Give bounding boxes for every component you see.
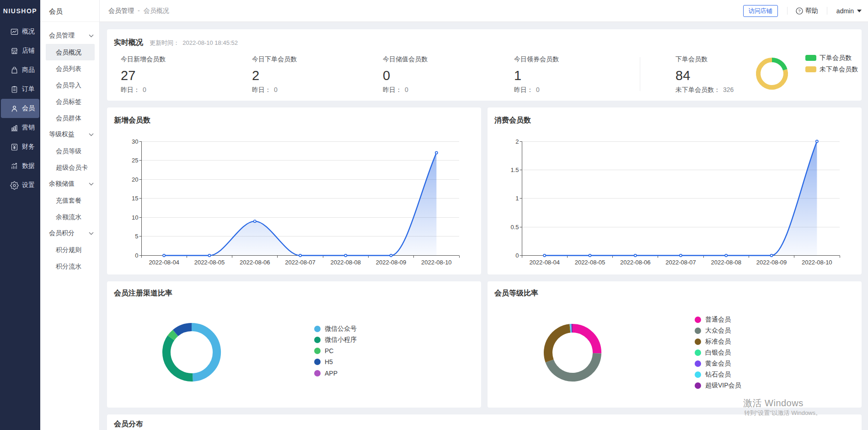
legend-item[interactable]: 超级VIP会员	[695, 380, 741, 391]
sidebar-item-label: 订单	[22, 85, 35, 93]
stat-label: 今日下单会员数	[252, 55, 297, 63]
submenu-item[interactable]: 会员标签	[46, 93, 95, 110]
legend-swatch	[695, 382, 701, 389]
legend-item[interactable]: 大众会员	[695, 325, 731, 336]
legend-label: 微信公众号	[325, 325, 357, 333]
legend-item[interactable]: 微信公众号	[314, 323, 357, 334]
submenu-item[interactable]: 积分规则	[46, 242, 95, 258]
submenu-item[interactable]: 会员列表	[46, 60, 95, 77]
sidebar-item-member[interactable]: 会员	[1, 99, 39, 118]
shop-icon	[10, 47, 19, 55]
legend-label: 微信小程序	[325, 336, 357, 344]
visit-shop-button[interactable]: 访问店铺	[743, 5, 778, 17]
data-icon	[10, 162, 19, 171]
legend-item[interactable]: 未下单会员数	[805, 64, 858, 75]
submenu-item[interactable]: 超级会员卡	[46, 159, 95, 176]
submenu-group[interactable]: 余额储值	[40, 176, 99, 192]
legend-item[interactable]: APP	[314, 368, 338, 379]
chevron-down-icon	[89, 183, 94, 186]
sidebar-item-data[interactable]: 数据	[1, 156, 39, 176]
stat-label: 今日新增会员数	[121, 55, 166, 63]
stat-sub-label: 昨日：	[514, 86, 533, 93]
legend-label: 大众会员	[705, 327, 731, 335]
legend-item[interactable]: 白银会员	[695, 347, 731, 358]
content: 实时概况 更新时间： 2022-08-10 18:45:52 今日新增会员数27…	[100, 22, 868, 430]
stat-label: 下单会员数	[675, 55, 734, 63]
user-menu[interactable]: admin	[836, 7, 862, 15]
sidebar-item-overview[interactable]: 概况	[1, 22, 39, 41]
legend-swatch	[695, 349, 701, 356]
chevron-down-icon	[89, 34, 94, 38]
legend-item[interactable]: 微信小程序	[314, 334, 357, 345]
stat-sub-value: 0	[143, 86, 146, 93]
legend-item[interactable]: PC	[314, 345, 333, 356]
submenu-group-label: 会员积分	[49, 229, 75, 237]
topbar: 会员管理-会员概况 访问店铺 ? 帮助 admin	[100, 0, 868, 22]
svg-text:0.5: 0.5	[510, 224, 519, 231]
legend-swatch	[695, 339, 701, 345]
legend-label: PC	[325, 347, 333, 355]
stat-sub-value: 0	[536, 86, 540, 93]
legend-item[interactable]: 普通会员	[695, 314, 731, 325]
legend-item[interactable]: H5	[314, 356, 333, 367]
submenu-group[interactable]: 会员管理	[40, 27, 99, 44]
sidebar-item-marketing[interactable]: 营销	[1, 118, 39, 137]
svg-text:2022-08-05: 2022-08-05	[575, 259, 605, 266]
submenu-item[interactable]: 积分流水	[46, 258, 95, 274]
legend-swatch	[805, 66, 816, 72]
submenu-item[interactable]: 会员导入	[46, 77, 95, 93]
submenu-item[interactable]: 充值套餐	[46, 192, 95, 209]
submenu-group-label: 等级权益	[49, 130, 75, 139]
svg-text:2022-08-04: 2022-08-04	[149, 259, 179, 266]
legend-item[interactable]: 钻石会员	[695, 369, 731, 380]
primary-nav: 概况店铺商品订单会员营销财务数据设置	[0, 22, 40, 195]
legend-label: 黄金会员	[705, 360, 731, 368]
stat-value: 27	[121, 69, 166, 82]
ordered-donut-chart	[754, 55, 790, 92]
register-channel-chart	[107, 281, 281, 408]
breadcrumb-section[interactable]: 会员管理	[108, 7, 134, 14]
submenu-item[interactable]: 余额流水	[46, 209, 95, 225]
svg-text:20: 20	[132, 176, 138, 183]
sidebar-item-goods[interactable]: 商品	[1, 60, 39, 80]
sidebar-item-settings[interactable]: 设置	[1, 176, 39, 195]
new-members-chart: 0510152025302022-08-042022-08-052022-08-…	[107, 108, 481, 274]
svg-text:1: 1	[515, 195, 519, 202]
stat-column: 今日新增会员数27昨日：0	[121, 55, 166, 93]
sidebar-item-shop[interactable]: 店铺	[1, 41, 39, 60]
legend-swatch	[805, 55, 816, 61]
stat-column: 今日下单会员数2昨日：0	[252, 55, 297, 93]
legend-item[interactable]: 下单会员数	[805, 52, 858, 64]
sidebar-item-finance[interactable]: 财务	[1, 137, 39, 156]
sidebar-item-label: 数据	[22, 162, 35, 170]
submenu-item[interactable]: 会员概况	[46, 44, 95, 60]
order-icon	[10, 85, 19, 94]
breadcrumb-current: 会员概况	[144, 7, 169, 14]
topbar-divider	[827, 7, 827, 15]
legend-label: 钻石会员	[705, 371, 731, 379]
member-level-card: 会员等级比率 普通会员大众会员标准会员白银会员黄金会员钻石会员超级VIP会员	[488, 281, 862, 408]
submenu-group[interactable]: 会员积分	[40, 225, 99, 242]
svg-text:25: 25	[132, 157, 138, 164]
svg-text:?: ?	[798, 8, 800, 13]
topbar-divider	[787, 7, 788, 15]
legend-item[interactable]: 标准会员	[695, 336, 731, 347]
help-button[interactable]: ? 帮助	[796, 7, 818, 15]
stat-sub: 昨日：0	[252, 86, 297, 93]
stat-sub: 未下单会员数：326	[675, 86, 734, 93]
submenu-item[interactable]: 会员群体	[46, 110, 95, 126]
chevron-down-icon	[857, 10, 862, 12]
member-icon	[10, 104, 19, 113]
submenu-group[interactable]: 等级权益	[40, 126, 99, 143]
svg-text:2: 2	[515, 138, 519, 145]
username: admin	[836, 7, 854, 15]
donut-svg	[107, 281, 281, 408]
submenu-item[interactable]: 会员等级	[46, 143, 95, 159]
stat-value: 0	[383, 69, 428, 82]
legend-label: 普通会员	[705, 316, 731, 324]
legend-item[interactable]: 黄金会员	[695, 358, 731, 369]
main-area: 会员管理-会员概况 访问店铺 ? 帮助 admin 实时概况 更新时间： 202…	[100, 0, 868, 430]
sidebar-item-order[interactable]: 订单	[1, 80, 39, 99]
ordered-donut-legend: 下单会员数未下单会员数	[805, 52, 858, 75]
sidebar-item-label: 营销	[22, 124, 35, 132]
